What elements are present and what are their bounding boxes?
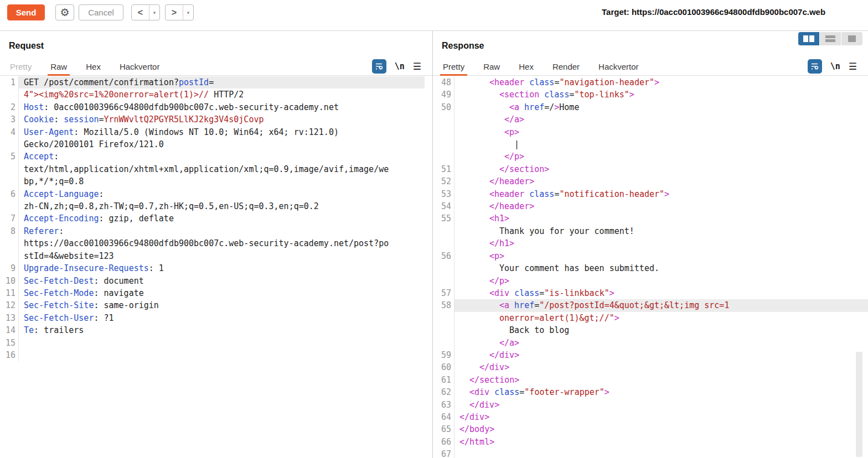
- code-line[interactable]: 53<header class="notification-header">: [433, 188, 868, 200]
- code-line[interactable]: 12Sec-Fetch-Site: same-origin: [0, 299, 425, 311]
- line-number: 10: [0, 275, 19, 287]
- code-line[interactable]: 62<div class="footer-wrapper">: [433, 386, 868, 398]
- code-line[interactable]: 49<section class="top-links">: [433, 89, 868, 101]
- response-tabs: PrettyRawHexRenderHackvertor: [443, 58, 658, 75]
- code-line[interactable]: 58<a href="/post?postId=4&quot;&gt;&lt;i…: [433, 299, 868, 311]
- editor-menu-icon[interactable]: ☰: [413, 61, 421, 72]
- code-line[interactable]: |: [433, 138, 868, 150]
- tab-response-raw[interactable]: Raw: [483, 58, 500, 75]
- response-title: Response: [442, 41, 484, 51]
- code-line[interactable]: 54</header>: [433, 200, 868, 212]
- code-line[interactable]: <p>: [433, 126, 868, 138]
- cancel-button[interactable]: Cancel: [79, 4, 123, 20]
- show-newlines-toggle[interactable]: \n: [395, 61, 405, 71]
- tab-response-hackvertor[interactable]: Hackvertor: [598, 58, 639, 75]
- layout-columns-button[interactable]: [798, 32, 819, 45]
- code-line[interactable]: Your comment has been submitted.: [433, 262, 868, 274]
- response-editor[interactable]: 48<header class="navigation-header">49<s…: [433, 75, 868, 458]
- next-request-button[interactable]: > ▾: [165, 4, 194, 20]
- code-line[interactable]: 48<header class="navigation-header">: [433, 76, 868, 89]
- code-line[interactable]: 6Accept-Language:: [0, 188, 425, 200]
- tab-request-hex[interactable]: Hex: [86, 58, 101, 75]
- settings-button[interactable]: ⚙: [55, 4, 74, 20]
- word-wrap-toggle-button[interactable]: [372, 59, 386, 74]
- tab-request-pretty[interactable]: Pretty: [10, 58, 32, 75]
- code-line[interactable]: 3Cookie: session=YrnWWvltQ2PGYR5LlKJ2kg3…: [0, 113, 425, 126]
- code-line[interactable]: 59</div>: [433, 349, 868, 361]
- code-line[interactable]: zh-CN,zh;q=0.8,zh-TW;q=0.7,zh-HK;q=0.5,e…: [0, 200, 425, 212]
- response-scrollbar-thumb[interactable]: [856, 352, 862, 457]
- chevron-down-icon[interactable]: ▾: [149, 5, 159, 20]
- code-text: Back to blog: [454, 324, 868, 336]
- code-line[interactable]: </p>: [433, 150, 868, 163]
- code-line[interactable]: 60</div>: [433, 361, 868, 373]
- request-tab-row: PrettyRawHexHackvertor \n ☰: [0, 58, 432, 76]
- code-line[interactable]: 55<h1>: [433, 212, 868, 225]
- code-text: </div>: [454, 349, 868, 361]
- editor-menu-icon[interactable]: ☰: [849, 61, 857, 72]
- code-line[interactable]: stId=4&website=123: [0, 250, 425, 262]
- code-line[interactable]: </a>: [433, 337, 868, 349]
- line-number: [433, 262, 454, 274]
- line-number: 54: [433, 200, 454, 212]
- code-text: Sec-Fetch-Dest: document: [19, 275, 425, 287]
- prev-request-button[interactable]: < ▾: [131, 4, 160, 20]
- code-line[interactable]: </p>: [433, 275, 868, 287]
- tab-request-raw[interactable]: Raw: [50, 58, 67, 75]
- request-editor[interactable]: 1GET /post/comment/confirmation?postId=4…: [0, 75, 425, 458]
- code-line[interactable]: 7Accept-Encoding: gzip, deflate: [0, 212, 425, 225]
- send-button[interactable]: Send: [7, 4, 45, 20]
- code-line[interactable]: 4User-Agent: Mozilla/5.0 (Windows NT 10.…: [0, 126, 425, 138]
- word-wrap-toggle-button[interactable]: [808, 59, 822, 74]
- chevron-right-icon[interactable]: >: [166, 5, 183, 20]
- code-line[interactable]: bp,*/*;q=0.8: [0, 175, 425, 188]
- chevron-left-icon[interactable]: <: [132, 5, 149, 20]
- code-text: Upgrade-Insecure-Requests: 1: [19, 262, 425, 274]
- chevron-down-icon[interactable]: ▾: [183, 5, 193, 20]
- line-number: [433, 324, 454, 336]
- code-line[interactable]: 14Te: trailers: [0, 324, 425, 336]
- tab-request-hackvertor[interactable]: Hackvertor: [120, 58, 160, 75]
- layout-single-button[interactable]: [841, 32, 862, 45]
- code-line[interactable]: 50<a href=/>Home: [433, 101, 868, 113]
- tab-response-pretty[interactable]: Pretty: [443, 58, 464, 75]
- code-line[interactable]: </h1>: [433, 237, 868, 249]
- code-line[interactable]: 2Host: 0acc001003966c94800dfdb900bc007c.…: [0, 101, 425, 113]
- layout-rows-button[interactable]: [820, 32, 841, 45]
- tab-response-hex[interactable]: Hex: [519, 58, 534, 75]
- code-text: </body>: [454, 423, 868, 435]
- code-line[interactable]: Gecko/20100101 Firefox/121.0: [0, 138, 425, 150]
- code-line[interactable]: 57<div class="is-linkback">: [433, 287, 868, 299]
- code-line[interactable]: 56<p>: [433, 250, 868, 262]
- code-line[interactable]: 8Referer:: [0, 225, 425, 237]
- code-line[interactable]: 1GET /post/comment/confirmation?postId=: [0, 76, 425, 89]
- code-line[interactable]: 51</section>: [433, 163, 868, 175]
- response-tab-row: PrettyRawHexRenderHackvertor \n ☰: [433, 58, 868, 76]
- code-line[interactable]: 15: [0, 337, 425, 349]
- code-line[interactable]: 11Sec-Fetch-Mode: navigate: [0, 287, 425, 299]
- code-line[interactable]: 16: [0, 349, 425, 361]
- code-line[interactable]: 52</header>: [433, 175, 868, 188]
- code-line[interactable]: 9Upgrade-Insecure-Requests: 1: [0, 262, 425, 274]
- show-newlines-toggle[interactable]: \n: [830, 61, 840, 71]
- code-text: <div class="is-linkback">: [454, 287, 868, 299]
- code-line[interactable]: 61</section>: [433, 374, 868, 386]
- tab-response-render[interactable]: Render: [552, 58, 580, 75]
- code-line[interactable]: 63</div>: [433, 399, 868, 411]
- code-line[interactable]: 65</body>: [433, 423, 868, 435]
- code-line[interactable]: 13Sec-Fetch-User: ?1: [0, 312, 425, 324]
- code-line[interactable]: 66</html>: [433, 436, 868, 448]
- code-line[interactable]: 4"><img%20src=1%20onerror=alert(1)>// HT…: [0, 89, 425, 101]
- code-line[interactable]: 67: [433, 448, 868, 458]
- code-line[interactable]: Back to blog: [433, 324, 868, 336]
- code-line[interactable]: 5Accept:: [0, 150, 425, 163]
- code-line[interactable]: Thank you for your comment!: [433, 225, 868, 237]
- code-line[interactable]: 64</div>: [433, 411, 868, 423]
- code-line[interactable]: text/html,application/xhtml+xml,applicat…: [0, 163, 425, 175]
- code-line[interactable]: </a>: [433, 113, 868, 126]
- code-line[interactable]: https://0acc001003966c94800dfdb900bc007c…: [0, 237, 425, 249]
- line-number: 48: [433, 76, 454, 89]
- line-number: 50: [433, 101, 454, 113]
- code-line[interactable]: 10Sec-Fetch-Dest: document: [0, 275, 425, 287]
- code-line[interactable]: onerror=alert(1)&gt;//">: [433, 312, 868, 324]
